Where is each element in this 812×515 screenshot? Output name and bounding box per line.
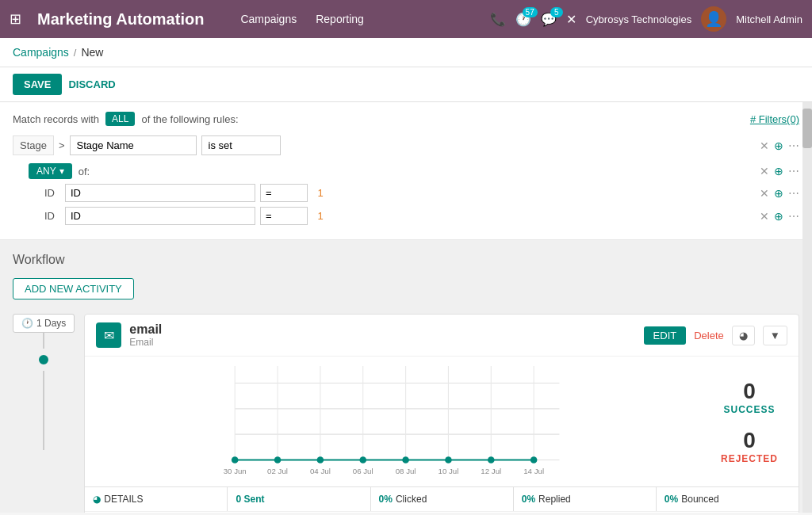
card-title-group: email Email — [129, 322, 162, 348]
rejected-stat: 0 REJECTED — [721, 428, 778, 464]
add-activity-button[interactable]: ADD NEW ACTIVITY — [13, 278, 134, 299]
rejected-count: 0 — [721, 428, 778, 453]
close-button[interactable]: ✕ — [566, 12, 576, 27]
card-footer: ◕ DETAILS 0 Sent 0% Clicked 0% Replied — [85, 486, 799, 511]
timeline-line-bottom — [43, 371, 44, 450]
header: ⊞ Marketing Automation Campaigns Reporti… — [0, 0, 812, 38]
stage-label: Stage — [13, 135, 54, 155]
filter-header: Match records with ALL of the following … — [13, 112, 799, 126]
chart-container: 30 Jun 02 Jul 04 Jul 06 Jul 08 Jul 10 Ju… — [94, 366, 700, 477]
of-label: of: — [79, 166, 90, 177]
success-label: SUCCESS — [723, 404, 775, 415]
any-group-row: ANY ▾ of: ✕ ⊕ ⋯ — [29, 163, 799, 179]
chat-badge: 5 — [550, 7, 563, 17]
stage-add-icon[interactable]: ⊕ — [774, 139, 783, 152]
close-icon: ✕ — [566, 13, 576, 26]
scrollbar-track[interactable] — [802, 102, 812, 513]
id-field-select-1[interactable]: ID — [65, 184, 255, 202]
match-prefix: Match records with — [13, 113, 99, 125]
id-label-2: ID — [44, 210, 60, 222]
svg-point-12 — [232, 456, 239, 464]
id2-delete-icon[interactable]: ✕ — [760, 210, 769, 223]
svg-text:08 Jul: 08 Jul — [396, 467, 416, 475]
grid-icon[interactable]: ⊞ — [10, 10, 21, 28]
line-chart: 30 Jun 02 Jul 04 Jul 06 Jul 08 Jul 10 Ju… — [94, 366, 700, 477]
chart-stats: 0 SUCCESS 0 REJECTED — [710, 366, 789, 477]
card-header: ✉ email Email EDIT Delete ◕ ▼ — [85, 315, 799, 357]
svg-point-17 — [445, 456, 452, 464]
phone-button[interactable]: 📞 — [490, 12, 506, 27]
bounced-label: Bounced — [681, 494, 718, 505]
id1-delete-icon[interactable]: ✕ — [760, 187, 769, 200]
stage-operator-select[interactable]: is set — [201, 135, 281, 155]
id-op-select-2[interactable]: = — [260, 207, 308, 225]
id-row-2: ID ID = 1 ✕ ⊕ ⋯ — [44, 207, 799, 225]
phone-icon: 📞 — [490, 13, 506, 26]
card-subtitle: Email — [129, 337, 162, 348]
id1-add-icon[interactable]: ⊕ — [774, 187, 783, 200]
clicked-label: Clicked — [396, 494, 427, 505]
svg-text:10 Jul: 10 Jul — [439, 467, 459, 475]
stage-delete-icon[interactable]: ✕ — [760, 139, 769, 152]
id-row-1: ID ID = 1 ✕ ⊕ ⋯ — [44, 184, 799, 202]
discard-button[interactable]: DISCARD — [68, 78, 115, 90]
id2-add-icon[interactable]: ⊕ — [774, 210, 783, 223]
any-delete-icon[interactable]: ✕ — [760, 165, 769, 177]
stage-field-select[interactable]: Stage Name — [70, 135, 197, 155]
filters-link[interactable]: # Filters(0) — [750, 113, 799, 125]
main-content: Match records with ALL of the following … — [0, 102, 812, 513]
bounced-pct: 0% — [665, 494, 678, 505]
id-op-select-1[interactable]: = — [260, 184, 308, 202]
add-child-activity[interactable]: ⊕ + Add child activity — [85, 511, 799, 513]
svg-text:12 Jul: 12 Jul — [481, 467, 502, 475]
filter-icon: ▼ — [770, 330, 780, 341]
id-field-select-2[interactable]: ID — [65, 207, 255, 225]
breadcrumb: Campaigns / New — [0, 38, 812, 67]
id-value-1: 1 — [312, 187, 328, 199]
breadcrumb-parent[interactable]: Campaigns — [13, 46, 69, 59]
stage-row: Stage > Stage Name is set ✕ ⊕ ⋯ — [13, 134, 799, 157]
any-chevron: ▾ — [59, 166, 64, 177]
stage-row-actions: ✕ ⊕ ⋯ — [760, 139, 799, 152]
any-row-actions: ✕ ⊕ ⋯ — [760, 165, 799, 177]
workflow-timeline: 🕐 1 Days ✉ email Email — [13, 314, 799, 513]
id2-more-icon[interactable]: ⋯ — [788, 210, 799, 223]
avatar[interactable]: 👤 — [701, 6, 726, 32]
action-bar: SAVE DISCARD — [0, 67, 812, 102]
timeline-dot — [39, 355, 48, 364]
svg-point-16 — [403, 456, 410, 464]
rejected-label: REJECTED — [721, 453, 778, 464]
nav-reporting[interactable]: Reporting — [316, 13, 364, 25]
footer-sent: 0 Sent — [228, 487, 370, 511]
details-label: DETAILS — [104, 494, 143, 505]
card-title: email — [129, 322, 162, 337]
stage-arrow: > — [59, 139, 65, 151]
delete-button[interactable]: Delete — [694, 330, 724, 341]
filter-icon-button[interactable]: ▼ — [763, 326, 787, 345]
success-count: 0 — [723, 379, 775, 404]
pie-chart-button[interactable]: ◕ — [732, 326, 755, 345]
chat-button[interactable]: 💬 5 — [541, 12, 557, 27]
match-type-button[interactable]: ALL — [105, 112, 135, 126]
sent-value: 0 Sent — [236, 494, 264, 505]
id-row-1-actions: ✕ ⊕ ⋯ — [760, 187, 799, 200]
any-more-icon[interactable]: ⋯ — [788, 165, 799, 177]
any-button[interactable]: ANY ▾ — [29, 163, 72, 179]
clock-icon-small: 🕐 — [21, 318, 33, 329]
workflow-section: Workflow ADD NEW ACTIVITY 🕐 1 Days ✉ — [0, 240, 812, 513]
any-add-icon[interactable]: ⊕ — [774, 165, 783, 177]
user-name: Mitchell Admin — [736, 13, 802, 25]
activity-button[interactable]: 🕐 57 — [515, 12, 531, 27]
edit-button[interactable]: EDIT — [644, 326, 687, 345]
save-button[interactable]: SAVE — [13, 74, 62, 95]
id1-more-icon[interactable]: ⋯ — [788, 187, 799, 200]
match-suffix: of the following rules: — [141, 113, 238, 125]
footer-details[interactable]: ◕ DETAILS — [85, 487, 228, 511]
scrollbar-thumb[interactable] — [802, 109, 812, 148]
stage-more-icon[interactable]: ⋯ — [788, 139, 799, 152]
svg-point-15 — [360, 456, 367, 464]
nav-campaigns[interactable]: Campaigns — [240, 13, 297, 25]
timeline-line-top — [43, 333, 44, 349]
id-value-2: 1 — [312, 210, 328, 222]
replied-pct: 0% — [522, 494, 535, 505]
